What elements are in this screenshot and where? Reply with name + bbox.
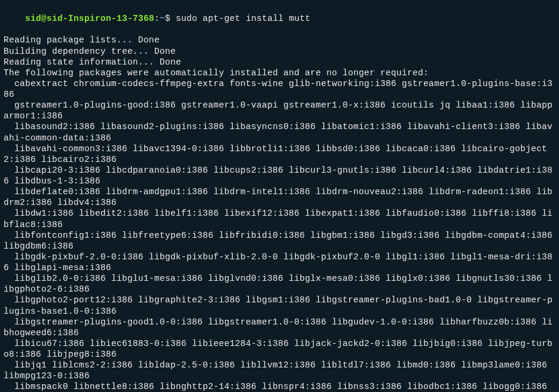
output-line: libdw1:i386 libedit2:i386 libelf1:i386 l… <box>4 208 555 229</box>
terminal-output: Reading package lists... DoneBuilding de… <box>4 35 555 392</box>
output-line: libjq1 liblcms2-2:i386 libldap-2.5-0:i38… <box>4 360 555 381</box>
prompt-line: sid@sid-Inspiron-13-7368:~$ sudo apt-get… <box>4 2 555 35</box>
output-line: libmspack0 libnettle8:i386 libnghttp2-14… <box>4 381 555 392</box>
output-line: libdeflate0:i386 libdrm-amdgpu1:i386 lib… <box>4 186 555 208</box>
output-line: libfontconfig1:i386 libfreetype6:i386 li… <box>4 230 555 252</box>
output-line: libgphoto2-port12:i386 libgraphite2-3:i3… <box>4 295 555 316</box>
output-line: libcapi20-3:i386 libcdparanoia0:i386 lib… <box>4 165 555 186</box>
output-line: libgstreamer-plugins-good1.0-0:i386 libg… <box>4 317 555 338</box>
output-line: gstreamer1.0-plugins-good:i386 gstreamer… <box>4 100 555 121</box>
output-line: The following packages were automaticall… <box>4 68 555 78</box>
output-line: libglib2.0-0:i386 libglu1-mesa:i386 libg… <box>4 273 555 295</box>
output-line: libicu67:i386 libiec61883-0:i386 libieee… <box>4 338 555 360</box>
output-line: libavahi-common3:i386 libavc1394-0:i386 … <box>4 143 555 165</box>
prompt-dollar: $ <box>165 14 176 23</box>
command-text: sudo apt-get install mutt <box>176 14 310 23</box>
output-line: cabextract chromium-codecs-ffmpeg-extra … <box>4 78 555 100</box>
output-line: Building dependency tree... Done <box>4 46 555 57</box>
prompt-colon: : <box>154 14 160 23</box>
output-line: libgdk-pixbuf-2.0-0:i386 libgdk-pixbuf-x… <box>4 252 555 273</box>
prompt-user-host: sid@sid-Inspiron-13-7368 <box>25 14 154 23</box>
prompt-path: ~ <box>160 14 165 23</box>
output-line: Reading state information... Done <box>4 57 555 68</box>
output-line: Reading package lists... Done <box>4 35 555 45</box>
terminal-window[interactable]: sid@sid-Inspiron-13-7368:~$ sudo apt-get… <box>4 2 555 392</box>
output-line: libasound2:i386 libasound2-plugins:i386 … <box>4 121 555 143</box>
